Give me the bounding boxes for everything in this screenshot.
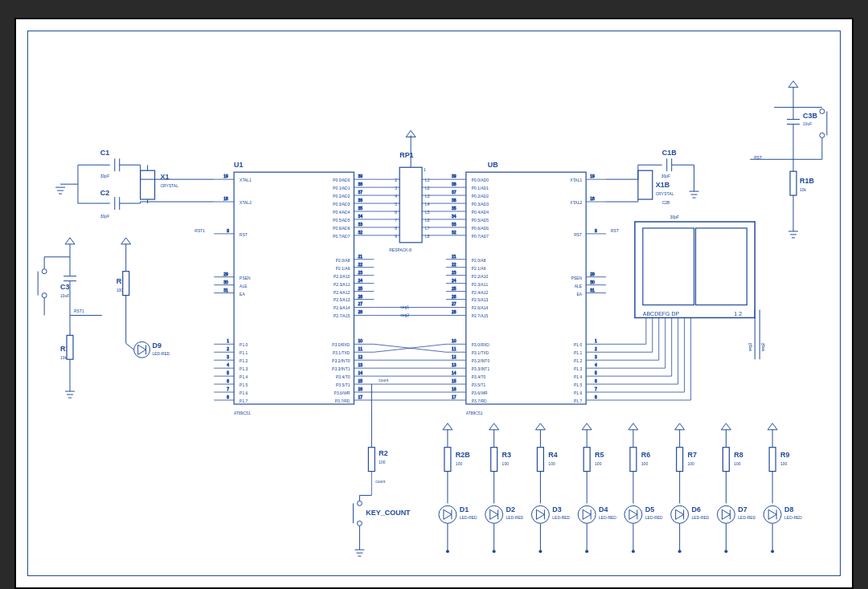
svg-text:24: 24 <box>358 279 362 283</box>
svg-rect-448 <box>537 448 543 472</box>
crystal-osc-u1: C1 30pF C2 30pF X1 CRYSTAL <box>55 149 214 219</box>
svg-text:EA: EA <box>240 292 245 297</box>
svg-text:P2.2/A10: P2.2/A10 <box>334 275 350 279</box>
svg-text:17: 17 <box>452 395 457 399</box>
svg-text:26: 26 <box>358 295 362 299</box>
svg-point-479 <box>632 550 635 553</box>
svg-text:P1.1: P1.1 <box>574 351 582 355</box>
svg-text:P2.4/A12: P2.4/A12 <box>472 291 489 295</box>
svg-text:16: 16 <box>358 387 362 391</box>
svg-text:P0.3/AD3: P0.3/AD3 <box>333 202 350 207</box>
svg-text:P2.6/A14: P2.6/A14 <box>334 306 350 310</box>
svg-text:P0.4/AD4: P0.4/AD4 <box>472 211 489 215</box>
svg-text:P1.7: P1.7 <box>240 399 248 403</box>
svg-text:D7: D7 <box>738 505 747 513</box>
svg-text:18: 18 <box>590 197 595 201</box>
svg-text:21: 21 <box>358 255 362 259</box>
svg-text:P2.1/A9: P2.1/A9 <box>336 267 350 271</box>
svg-rect-385 <box>643 228 694 305</box>
svg-text:10: 10 <box>358 339 362 343</box>
svg-text:P3.3/INT1: P3.3/INT1 <box>472 367 490 371</box>
svg-text:seg2: seg2 <box>400 313 409 317</box>
svg-text:P2.5/A13: P2.5/A13 <box>334 299 350 303</box>
svg-text:R1B: R1B <box>800 177 814 185</box>
svg-text:P1.2: P1.2 <box>574 359 582 363</box>
svg-text:39: 39 <box>358 174 362 178</box>
svg-text:7: 7 <box>227 387 229 391</box>
resistor-r2b: R2B 100 D1 LED-RED <box>439 423 477 553</box>
svg-text:9: 9 <box>227 229 229 233</box>
svg-point-311 <box>42 293 47 298</box>
svg-text:P3.0/RXD: P3.0/RXD <box>472 343 490 347</box>
svg-text:P3.5/T1: P3.5/T1 <box>336 383 350 387</box>
svg-text:CRYSTAL: CRYSTAL <box>161 184 179 188</box>
resistor-r5: R5 100 D4 LED-RED <box>578 423 616 553</box>
svg-text:PSEN: PSEN <box>571 276 583 280</box>
svg-text:100: 100 <box>641 462 649 466</box>
svg-text:P2.7/A15: P2.7/A15 <box>472 314 489 318</box>
svg-text:RST1: RST1 <box>194 229 205 233</box>
key-count: R2 100 count KEY_COUNT <box>353 384 411 556</box>
svg-text:P3.6/WR: P3.6/WR <box>334 391 350 395</box>
svg-point-501 <box>724 550 727 553</box>
svg-text:100: 100 <box>688 462 695 466</box>
svg-text:34: 34 <box>452 215 457 219</box>
svg-text:C2B: C2B <box>662 201 670 205</box>
svg-text:4: 4 <box>595 363 597 367</box>
svg-text:P3.0/RXD: P3.0/RXD <box>332 343 350 347</box>
svg-text:LED-RED: LED-RED <box>552 516 570 520</box>
u1-type: AT89C51 <box>234 411 251 415</box>
svg-text:P2.5/A13: P2.5/A13 <box>472 299 489 303</box>
svg-text:9: 9 <box>595 229 597 233</box>
svg-text:26: 26 <box>452 295 457 299</box>
svg-text:6: 6 <box>595 379 597 383</box>
svg-text:25: 25 <box>358 287 362 291</box>
svg-text:1: 1 <box>227 339 229 343</box>
svg-text:100: 100 <box>117 288 124 292</box>
svg-text:38: 38 <box>358 182 362 186</box>
svg-text:34: 34 <box>358 215 362 219</box>
svg-text:ABCDEFG DP: ABCDEFG DP <box>643 311 680 317</box>
resistor-r7: R7 100 D6 LED-RED <box>671 423 710 553</box>
u1-ref: U1 <box>234 161 243 169</box>
svg-point-310 <box>42 269 47 274</box>
svg-text:P1.3: P1.3 <box>574 367 582 371</box>
svg-text:27: 27 <box>358 302 362 306</box>
svg-text:P0.7/AD7: P0.7/AD7 <box>472 235 489 239</box>
svg-rect-348 <box>638 170 653 199</box>
svg-text:30pF: 30pF <box>100 215 109 219</box>
svg-text:RST1: RST1 <box>74 309 84 313</box>
svg-text:P1.4: P1.4 <box>574 375 582 379</box>
svg-text:14: 14 <box>358 371 362 375</box>
svg-rect-292 <box>141 170 155 199</box>
svg-text:36: 36 <box>358 198 362 202</box>
svg-text:7: 7 <box>595 387 597 391</box>
resistor-r9: R9 100 D8 LED-RED <box>764 423 802 553</box>
svg-text:1 2: 1 2 <box>734 311 742 317</box>
svg-rect-373 <box>790 171 796 195</box>
svg-text:32: 32 <box>452 231 457 235</box>
svg-text:10: 10 <box>452 339 457 343</box>
svg-text:LED-RED: LED-RED <box>645 516 663 520</box>
svg-text:100: 100 <box>502 462 510 466</box>
svg-text:count: count <box>375 481 386 485</box>
svg-text:P2.3/A11: P2.3/A11 <box>334 283 350 287</box>
svg-text:D1: D1 <box>460 505 469 513</box>
svg-text:C3B: C3B <box>803 112 817 120</box>
svg-point-490 <box>678 550 682 553</box>
svg-text:P0.2/AD2: P0.2/AD2 <box>333 194 350 198</box>
svg-text:XTAL2: XTAL2 <box>240 201 252 205</box>
svg-text:seg2: seg2 <box>761 342 765 351</box>
svg-text:P0.0/AD0: P0.0/AD0 <box>472 178 489 182</box>
svg-rect-335 <box>67 335 73 359</box>
svg-text:P3.5/T1: P3.5/T1 <box>472 383 486 387</box>
resistor-r4: R4 100 D3 LED-RED <box>531 423 570 553</box>
svg-text:LED-RED: LED-RED <box>784 516 802 520</box>
svg-text:LED-RED: LED-RED <box>738 516 755 520</box>
svg-point-512 <box>771 550 774 553</box>
svg-text:11: 11 <box>358 347 362 351</box>
svg-text:P3.6/WR: P3.6/WR <box>472 391 488 395</box>
svg-text:D9: D9 <box>153 342 162 350</box>
svg-text:P0.1/AD1: P0.1/AD1 <box>333 186 350 190</box>
svg-text:P3.7/RD: P3.7/RD <box>335 399 350 403</box>
